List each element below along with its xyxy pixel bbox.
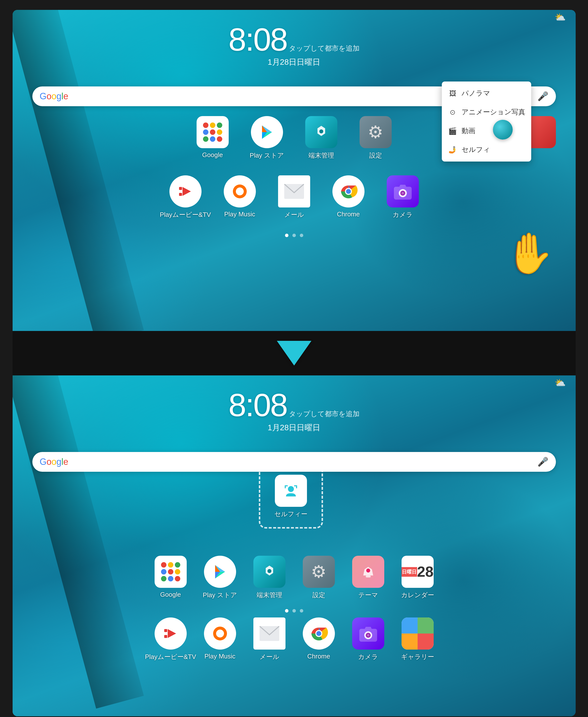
google-logo-2: Google bbox=[40, 457, 68, 467]
google-dots bbox=[199, 119, 226, 146]
calendar-day: 28 bbox=[417, 564, 434, 580]
selfie-app-label: セルフィー bbox=[274, 510, 308, 519]
menu-item-video[interactable]: 🎬 動画 bbox=[442, 122, 531, 140]
google-label-s2: Google bbox=[160, 591, 181, 598]
svg-point-45 bbox=[316, 631, 321, 636]
status-bar-2: ⛅ bbox=[13, 375, 576, 390]
panorama-label: パノラマ bbox=[462, 89, 490, 98]
page-dot-s2-2 bbox=[292, 609, 296, 613]
clock-widget-2[interactable]: 8:08 タップして都市を追加 1月28日日曜日 bbox=[228, 389, 360, 433]
play-movies-icon bbox=[169, 175, 202, 208]
app-theme-s2[interactable]: テーマ bbox=[349, 556, 388, 599]
mic-icon[interactable]: 🎤 bbox=[538, 91, 548, 102]
app-play-movies-s2[interactable]: Playムービー&TV bbox=[151, 617, 190, 661]
page-dot-s2-1 bbox=[285, 609, 289, 613]
hand-cursor: 🤚 bbox=[504, 230, 553, 277]
clock-date: 1月28日日曜日 bbox=[228, 57, 360, 68]
menu-item-panorama[interactable]: 🖼 パノラマ bbox=[442, 84, 531, 103]
clock-time: 8:08 bbox=[228, 23, 287, 56]
chrome-label: Chrome bbox=[337, 210, 360, 218]
svg-point-18 bbox=[346, 189, 351, 194]
playstore-icon-s2 bbox=[204, 556, 236, 588]
playstore-icon bbox=[251, 116, 283, 148]
app-camera[interactable]: カメラ bbox=[383, 175, 422, 219]
calendar-header: 日曜日 bbox=[402, 567, 417, 577]
teal-circle bbox=[493, 120, 513, 140]
svg-point-24 bbox=[288, 486, 294, 492]
app-playstore[interactable]: Play ストア bbox=[247, 116, 287, 160]
selfie-label: セルフィ bbox=[462, 145, 490, 154]
play-movies-icon-s2 bbox=[154, 617, 187, 650]
app-device-mgmt-s2[interactable]: 端末管理 bbox=[250, 556, 289, 599]
app-google-s2[interactable]: Google bbox=[151, 556, 190, 599]
app-settings-s2[interactable]: ⚙ 設定 bbox=[299, 556, 339, 599]
mail-label: メール bbox=[284, 210, 304, 219]
settings-icon-s2: ⚙ bbox=[303, 556, 335, 588]
chrome-icon-s2 bbox=[303, 617, 335, 650]
mic-icon-2[interactable]: 🎤 bbox=[538, 457, 548, 467]
play-movies-label: Playムービー&TV bbox=[160, 210, 211, 219]
app-playstore-s2[interactable]: Play ストア bbox=[200, 556, 240, 599]
menu-item-animation-photo[interactable]: ⊙ アニメーション写真 bbox=[442, 103, 531, 122]
app-calendar-s2[interactable]: 日曜日 28 カレンダー bbox=[398, 556, 437, 599]
status-bar: ⛅ bbox=[13, 10, 576, 25]
app-row-2: Playムービー&TV Play Music bbox=[13, 175, 576, 219]
chrome-label-s2: Chrome bbox=[307, 653, 330, 660]
gallery-grid bbox=[402, 617, 434, 650]
svg-point-4 bbox=[319, 129, 323, 133]
svg-point-29 bbox=[268, 569, 271, 573]
gallery-icon-s2 bbox=[402, 617, 434, 650]
page-dot-1 bbox=[285, 234, 289, 237]
context-menu[interactable]: 🖼 パノラマ ⊙ アニメーション写真 🎬 動画 🤳 セルフィ bbox=[442, 82, 531, 162]
app-mail-s2[interactable]: メール bbox=[250, 617, 289, 661]
svg-rect-7 bbox=[179, 187, 182, 190]
app-settings[interactable]: ⚙ 設定 bbox=[356, 116, 395, 160]
page-dots-2 bbox=[285, 609, 303, 613]
svg-rect-34 bbox=[164, 629, 167, 632]
google-logo: Google bbox=[40, 91, 68, 102]
app-mail[interactable]: メール bbox=[274, 175, 314, 219]
mail-label-s2: メール bbox=[259, 653, 279, 661]
app-gallery-s2[interactable]: ギャラリー bbox=[398, 617, 437, 661]
page-dot-2 bbox=[292, 234, 296, 237]
clock-widget[interactable]: 8:08 タップして都市を追加 1月28日日曜日 bbox=[228, 23, 360, 68]
page-dot-s2-3 bbox=[300, 609, 303, 613]
theme-icon-s2 bbox=[352, 556, 384, 588]
play-movies-label-s2: Playムービー&TV bbox=[145, 653, 196, 661]
app-camera-s2[interactable]: カメラ bbox=[349, 617, 388, 661]
playstore-label-s2: Play ストア bbox=[203, 591, 237, 599]
arrow-container bbox=[13, 331, 576, 375]
screen2: ⛅ 8:08 タップして都市を追加 1月28日日曜日 Google 🎤 bbox=[13, 375, 576, 716]
app-play-music[interactable]: Play Music bbox=[220, 175, 259, 219]
app-device-mgmt[interactable]: 端末管理 bbox=[301, 116, 341, 160]
video-label: 動画 bbox=[462, 126, 476, 135]
chrome-icon bbox=[332, 175, 364, 208]
page-dot-3 bbox=[300, 234, 303, 237]
selfie-drop-zone: セルフィー bbox=[259, 464, 323, 529]
clock-add-city: タップして都市を追加 bbox=[289, 44, 360, 53]
calendar-icon-s2: 日曜日 28 bbox=[402, 556, 434, 588]
svg-point-22 bbox=[402, 192, 404, 194]
app-row-s2-2: Playムービー&TV Play Music bbox=[13, 617, 576, 661]
screen1: ⛅ 8:08 タップして都市を追加 1月28日日曜日 Google 🎤 bbox=[13, 10, 576, 331]
clock-time-2: 8:08 bbox=[228, 389, 287, 421]
playstore-label: Play ストア bbox=[250, 151, 284, 160]
google-icon-s2 bbox=[154, 556, 187, 588]
app-chrome-s2[interactable]: Chrome bbox=[299, 617, 339, 661]
app-chrome[interactable]: Chrome bbox=[329, 175, 368, 219]
camera-label-s2: カメラ bbox=[358, 653, 378, 661]
svg-point-49 bbox=[367, 634, 370, 636]
app-google[interactable]: Google bbox=[193, 116, 232, 160]
device-mgmt-icon bbox=[305, 116, 337, 148]
clock-add-city-2: タップして都市を追加 bbox=[289, 409, 360, 419]
camera-label: カメラ bbox=[393, 210, 413, 219]
app-play-music-s2[interactable]: Play Music bbox=[200, 617, 240, 661]
settings-icon: ⚙ bbox=[360, 116, 392, 148]
device-mgmt-label: 端末管理 bbox=[309, 151, 334, 160]
clock-date-2: 1月28日日曜日 bbox=[228, 422, 360, 433]
animation-photo-label: アニメーション写真 bbox=[462, 107, 525, 117]
app-play-movies[interactable]: Playムービー&TV bbox=[166, 175, 205, 219]
svg-rect-35 bbox=[164, 635, 167, 638]
menu-item-selfie[interactable]: 🤳 セルフィ bbox=[442, 140, 531, 159]
settings-label-s2: 設定 bbox=[312, 591, 325, 599]
